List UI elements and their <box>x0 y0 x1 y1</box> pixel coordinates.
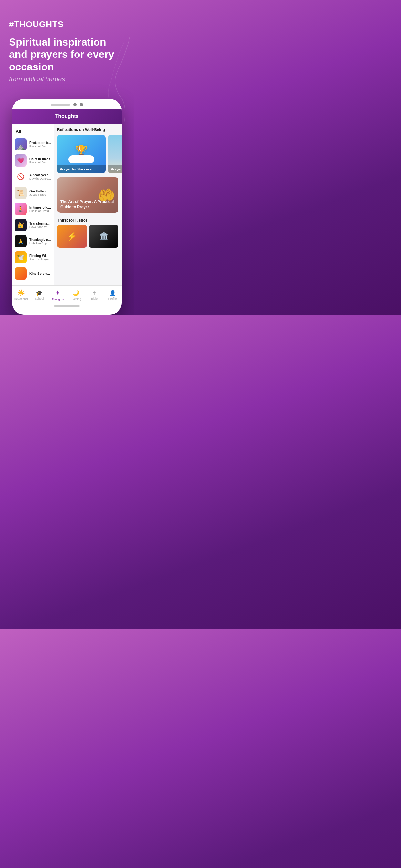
list-item-title: Our Father <box>29 190 51 193</box>
evening-icon: 🌙 <box>72 289 80 297</box>
list-item-thumb: 🧎 <box>14 203 27 215</box>
list-item-thumb: 📜 <box>14 187 27 199</box>
list-item-title: In times of c... <box>29 206 51 209</box>
list-item[interactable]: 🚫 A heart year... David's Dangerous <box>12 168 54 185</box>
hero-subtitle: from biblical heroes <box>9 75 125 83</box>
nav-label-profile: Profile <box>109 297 117 300</box>
list-item-thumb: 🚫 <box>14 170 27 183</box>
list-item-thumb <box>14 268 27 280</box>
profile-icon: 👤 <box>110 290 116 296</box>
list-item-thumb: 🕊️ <box>14 251 27 264</box>
scroll-thumb: 📜 <box>14 187 27 199</box>
nav-label-thoughts: Thoughts <box>52 298 64 301</box>
list-item[interactable]: 💗 Calm in times Psalm of David № <box>12 152 54 168</box>
thirst-section-title: Thirst for justice <box>54 218 122 225</box>
list-item-subtitle: David's Dangerous <box>29 177 51 180</box>
nav-label-devotional: Devotional <box>14 298 28 301</box>
sidebar-all-label: All <box>12 128 54 136</box>
list-item-text: Finding Wi... Asaph's Prayer... <box>29 254 51 261</box>
list-item-text: Transforma... Power and W... <box>29 222 51 228</box>
art-of-prayer-card[interactable]: 🤲 The Art of Prayer: A Practical Guide t… <box>57 177 119 213</box>
nav-item-devotional[interactable]: ☀️ Devotional <box>13 289 29 301</box>
app-content: All ⛰️ Protection fr... Psalm of David №… <box>12 124 122 285</box>
card-label: Prayer for Success <box>57 165 105 174</box>
cards-row: 🏆 Prayer for Success ☁️ ✝ <box>54 135 122 177</box>
list-item-subtitle: Psalm of David № <box>29 161 51 164</box>
reflections-section-title: Reflections on Well-Being <box>54 128 122 135</box>
list-item-subtitle: Habakkuk's pra... <box>29 242 51 245</box>
hero-title: Spiritual inspiration and prayers for ev… <box>9 36 125 73</box>
trophy-illustration: 🏆 <box>68 145 94 163</box>
list-item-text: King Solom... <box>29 272 51 275</box>
nav-item-thoughts[interactable]: ✦ Thoughts <box>50 289 66 301</box>
list-item-thumb: 💗 <box>14 154 27 166</box>
calm-thumb: 💗 <box>14 154 27 166</box>
king-thumb <box>14 268 27 280</box>
devotional-icon: ☀️ <box>18 289 25 297</box>
list-item-text: Calm in times Psalm of David № <box>29 157 51 164</box>
thirst-card-bg-1: ⚡ <box>57 225 87 248</box>
art-of-prayer-label: The Art of Prayer: A Practical Guide to … <box>60 199 115 210</box>
prayer-second-card[interactable]: ☁️ ✝ Prayer for success <box>108 135 122 174</box>
thirst-section: Thirst for justice ⚡ 🏛️ <box>54 217 122 252</box>
thoughts-icon: ✦ <box>55 289 60 297</box>
nav-label-bible: Bible <box>91 297 97 300</box>
thirst-card-1[interactable]: ⚡ <box>57 225 87 248</box>
prayer-success-card[interactable]: 🏆 Prayer for Success <box>57 135 105 174</box>
nav-item-school[interactable]: 🎓 School <box>31 290 48 300</box>
intimes-thumb: 🧎 <box>14 203 27 215</box>
list-item-text: Thanksgivin... Habakkuk's pra... <box>29 238 51 245</box>
list-item-text: A heart year... David's Dangerous <box>29 174 51 180</box>
nav-label-evening: Evening <box>71 298 81 301</box>
list-item-title: Finding Wi... <box>29 254 51 258</box>
list-item[interactable]: 👑 Transforma... Power and W... <box>12 217 54 233</box>
list-item-subtitle: Jesus' Prayer fo... <box>29 193 51 196</box>
list-item-subtitle: Psalm of David № <box>29 145 51 148</box>
list-item-title: Calm in times <box>29 157 51 161</box>
list-item[interactable]: King Solom... <box>12 266 54 282</box>
list-item-subtitle: Power and W... <box>29 225 51 228</box>
list-item-text: In times of c... Psalm of David <box>29 206 51 213</box>
phone-camera <box>73 103 76 106</box>
list-item-title: Thanksgivin... <box>29 238 51 242</box>
transform-thumb: 👑 <box>14 219 27 231</box>
list-item[interactable]: ⛰️ Protection fr... Psalm of David № <box>12 136 54 152</box>
phone-mockup: Thoughts All ⛰️ Protection fr... Psalm o… <box>12 99 122 314</box>
nav-item-bible[interactable]: ✝ Bible <box>86 290 102 300</box>
app-header: Thoughts <box>12 109 122 124</box>
protection-thumb: ⛰️ <box>14 138 27 151</box>
app-header-title: Thoughts <box>55 113 79 119</box>
thirst-cards-row: ⚡ 🏛️ <box>54 225 122 250</box>
list-item-title: A heart year... <box>29 174 51 177</box>
wisdom-thumb: 🕊️ <box>14 251 27 264</box>
list-item-text: Our Father Jesus' Prayer fo... <box>29 190 51 196</box>
list-item-subtitle: Asaph's Prayer... <box>29 258 51 261</box>
list-item-thumb: 👑 <box>14 219 27 231</box>
list-item-subtitle: Psalm of David <box>29 209 51 213</box>
nav-item-profile[interactable]: 👤 Profile <box>104 290 121 300</box>
bottom-nav: ☀️ Devotional 🎓 School ✦ Thoughts 🌙 Even… <box>12 285 122 303</box>
nav-label-school: School <box>35 297 44 300</box>
bible-icon: ✝ <box>92 290 96 296</box>
phone-camera-2 <box>80 103 83 106</box>
school-icon: 🎓 <box>36 290 42 296</box>
hero-hashtag: #THOUGHTS <box>9 20 125 29</box>
phone-speaker <box>51 104 70 105</box>
list-item[interactable]: 🕊️ Finding Wi... Asaph's Prayer... <box>12 249 54 266</box>
nav-item-evening[interactable]: 🌙 Evening <box>68 289 84 301</box>
list-item-text: Protection fr... Psalm of David № <box>29 141 51 148</box>
list-item[interactable]: 🙏 Thanksgivin... Habakkuk's pra... <box>12 233 54 249</box>
home-bar <box>54 306 80 307</box>
list-item-thumb: 🙏 <box>14 235 27 247</box>
thirst-card-bg-2: 🏛️ <box>89 225 119 248</box>
list-item[interactable]: 🧎 In times of c... Psalm of David <box>12 201 54 217</box>
list-item[interactable]: 📜 Our Father Jesus' Prayer fo... <box>12 185 54 201</box>
phone-top-bar <box>12 99 122 109</box>
hero-section: #THOUGHTS Spiritual inspiration and pray… <box>0 0 134 93</box>
thirst-card-2[interactable]: 🏛️ <box>89 225 119 248</box>
list-item-title: Protection fr... <box>29 141 51 145</box>
list-item-title: King Solom... <box>29 272 51 275</box>
list-item-thumb: ⛰️ <box>14 138 27 151</box>
list-item-title: Transforma... <box>29 222 51 225</box>
home-indicator <box>12 303 122 308</box>
